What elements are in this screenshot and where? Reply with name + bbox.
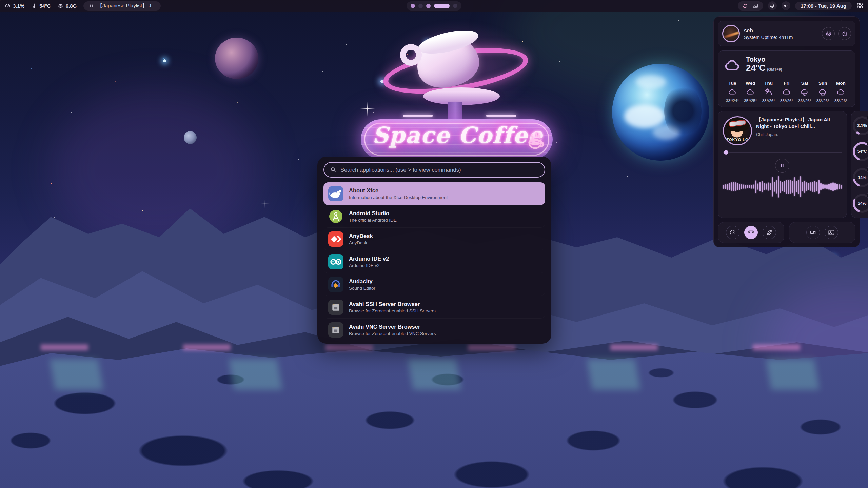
avatar[interactable] [722,25,740,42]
app-desc: Sound Editor [349,286,375,291]
search-input[interactable] [340,167,538,173]
wallpaper-icon[interactable] [752,3,758,9]
ridge-highlight-teal [0,359,868,390]
top-bar: 3.1% 54°C 6.8G 【Japanese Playlist】 J... … [0,0,868,12]
workspace-switcher[interactable] [407,1,461,11]
cpu-temp-value: 54°C [39,3,51,9]
forecast-day: Sun 33°/26° [814,81,832,103]
app-desc: Arduino IDE v2 [349,263,389,268]
android-studio-icon [328,209,343,224]
weather-temperature: 24°C [746,63,766,73]
app-launcher: About Xfce Information about the Xfce De… [317,157,551,344]
music-player-card: TOKYO LO 【Japanese Playlist】 Japan All N… [718,111,847,218]
app-item-android-studio[interactable]: Android Studio The official Android IDE [323,205,545,228]
arduino-icon [328,254,343,269]
app-desc: AnyDesk [349,240,373,245]
search-icon [330,167,336,173]
app-desc: The official Android IDE [349,218,397,223]
now-playing-pill[interactable]: 【Japanese Playlist】 J... [83,1,161,11]
gauge-disk: 24% [851,192,868,214]
forecast-day: Wed 35°/25° [742,81,759,103]
clock[interactable]: 17:09 - Tue, 19 Aug [795,2,852,10]
audio-visualizer [723,176,842,198]
avahi-network-icon [328,322,343,338]
notifications-button[interactable] [768,1,777,10]
user-card: seb System Uptime: 4h11m [718,21,855,46]
power-button[interactable] [838,27,851,40]
speedometer-icon [729,229,736,236]
forecast-day: Mon 33°/26° [832,81,850,103]
gauge-cpu: 3.1% [851,115,868,137]
app-title: AnyDesk [349,233,373,239]
pause-button[interactable] [775,159,789,173]
pause-icon [780,163,785,168]
ridge-highlight-pink [0,344,868,350]
quick-group-capture [789,222,855,243]
weather-icon [728,88,737,97]
pet-cat-icon[interactable] [743,3,749,9]
tray-widgets-pill [738,1,763,11]
volume-button[interactable] [782,1,790,10]
workspace-dot[interactable] [453,4,457,8]
now-playing-text: 【Japanese Playlist】 J... [97,3,155,9]
progress-knob[interactable] [724,150,728,155]
neon-coffee-cup-icon [525,123,547,152]
scales-icon [747,229,755,236]
performance-mode-button[interactable] [726,226,739,239]
quick-buttons-row [718,222,855,243]
workspace-dot[interactable] [426,4,431,8]
cpu-temp-indicator[interactable]: 54°C [31,3,51,9]
xfce-icon [328,186,343,201]
track-progress-bar[interactable] [723,150,842,155]
avahi-network-icon [328,300,343,315]
cloud-icon [724,57,741,71]
app-item-anydesk[interactable]: AnyDesk AnyDesk [323,228,545,250]
app-title: Audacity [349,278,375,285]
screen-record-button[interactable] [806,226,820,239]
weather-icon [782,88,791,97]
weather-timezone: (GMT+9) [767,67,782,72]
app-desc: Information about the Xfce Desktop Envir… [349,195,448,200]
search-box[interactable] [323,162,545,178]
app-list: About Xfce Information about the Xfce De… [323,182,545,341]
app-desc: Browse for Zeroconf-enabled VNC Servers [349,331,436,336]
workspace-dot[interactable] [418,4,423,8]
app-title: Arduino IDE v2 [349,256,389,262]
app-item-avahi-ssh[interactable]: Avahi SSH Server Browser Browse for Zero… [323,296,545,319]
roof-light [403,115,433,117]
gear-icon [825,30,832,37]
gauge-memory: 14% [851,167,868,188]
workspace-dot[interactable] [411,4,415,8]
app-item-arduino[interactable]: Arduino IDE v2 Arduino IDE v2 [323,250,545,273]
widgets-grid-icon[interactable] [856,2,863,9]
workspace-dot[interactable] [434,4,450,8]
weather-icon [836,88,845,97]
cpu-usage-indicator[interactable]: 3.1% [5,3,24,9]
album-art[interactable]: TOKYO LO [723,116,752,145]
app-item-about-xfce[interactable]: About Xfce Information about the Xfce De… [323,182,545,205]
roof-light [486,115,516,117]
app-title: Avahi VNC Server Browser [349,324,436,330]
image-icon [828,229,835,236]
gauge-icon [5,3,11,9]
gauge-temp: 54°C [851,141,868,162]
settings-button[interactable] [822,27,835,40]
app-desc: Browse for Zeroconf-enabled SSH Servers [349,308,436,313]
album-art-text: TOKYO LO [724,138,751,142]
screenshot-button[interactable] [825,226,838,239]
balanced-mode-button[interactable] [744,226,758,239]
memory-indicator[interactable]: 6.8G [58,3,77,9]
powersave-mode-button[interactable] [763,226,776,239]
weather-city: Tokyo [746,56,782,63]
track-subtitle: Chill Japan. [756,132,842,137]
app-item-audacity[interactable]: Audacity Sound Editor [323,273,545,296]
video-camera-icon [809,229,817,236]
speaker-icon [783,3,789,9]
forecast-day: Fri 35°/26° [778,81,795,103]
app-title: Android Studio [349,210,397,217]
thermometer-icon [31,3,37,9]
quick-group-performance [718,222,784,243]
app-item-avahi-vnc[interactable]: Avahi VNC Server Browser Browse for Zero… [323,319,545,341]
anydesk-icon [328,231,343,247]
audacity-icon [328,277,343,292]
